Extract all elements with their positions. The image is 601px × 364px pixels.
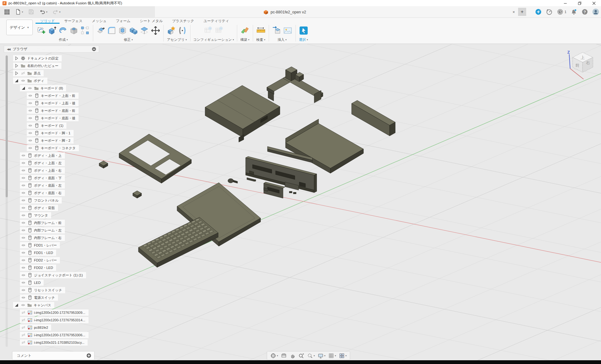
tree-item[interactable]: i-img1200x1200-172767953306... <box>4 331 99 339</box>
measure-icon[interactable] <box>256 26 266 36</box>
group-label-構築[interactable]: 構築▾ <box>240 37 249 42</box>
tree-item[interactable]: ボディ・底面・左 <box>4 182 99 189</box>
group-label-検査[interactable]: 検査▾ <box>256 37 265 42</box>
expand-arrow-icon[interactable] <box>14 71 19 76</box>
collapse-arrow-icon[interactable] <box>14 78 19 83</box>
tree-item[interactable]: 内部フレーム・右 <box>4 234 99 242</box>
ribbon-tab-ソリッド[interactable]: ソリッド <box>36 18 60 24</box>
ribbon-tab-シート メタル[interactable]: シート メタル <box>135 18 168 24</box>
tree-item[interactable]: キーボード・コネクタ <box>4 144 99 152</box>
orbit-icon[interactable]: ▾ <box>270 353 278 359</box>
collapse-arrow-icon[interactable] <box>14 303 19 308</box>
visibility-eye-icon[interactable] <box>21 175 26 180</box>
visibility-eye-icon[interactable] <box>21 190 26 195</box>
tree-item[interactable]: ジョイスティックポート (1) (1) <box>4 271 99 279</box>
redo-icon[interactable]: ▾ <box>52 9 60 15</box>
visibility-eye-icon[interactable] <box>21 220 26 225</box>
visibility-eye-icon[interactable] <box>21 160 26 165</box>
tree-item[interactable]: ボディ・上面・右 <box>4 167 99 174</box>
tree-item[interactable]: ボディ・上面・上 <box>4 152 99 159</box>
fillet-icon[interactable] <box>107 26 117 36</box>
minimize-panel-icon[interactable] <box>92 47 96 51</box>
visibility-eye-off-icon[interactable] <box>21 310 26 315</box>
tree-item[interactable]: ボディ・底面・右 <box>4 189 99 197</box>
tree-item[interactable]: pc881fe2 <box>4 324 99 331</box>
group-label-修正[interactable]: 修正▾ <box>124 37 133 42</box>
notifications-bell-icon[interactable] <box>570 8 577 15</box>
pan-icon[interactable] <box>290 353 296 359</box>
ribbon-tab-フォーム[interactable]: フォーム <box>111 18 135 24</box>
tree-item[interactable]: キーボード・上面・前 <box>4 92 99 99</box>
tree-item[interactable]: 内部フレーム・左 <box>4 227 99 234</box>
tree-item[interactable]: キーボード・上面・後 <box>4 99 99 107</box>
tree-item[interactable]: FDD1・レバー <box>4 242 99 249</box>
visibility-eye-icon[interactable] <box>21 213 26 218</box>
display-settings-icon[interactable]: ▾ <box>318 353 325 359</box>
visibility-eye-icon[interactable] <box>28 93 33 98</box>
presspull-icon[interactable] <box>96 26 106 36</box>
workspace-selector[interactable]: デザイン ▼ <box>6 20 33 35</box>
extrude-icon[interactable] <box>47 26 57 36</box>
account-avatar[interactable] <box>592 8 599 15</box>
tree-item[interactable]: FDD1・LED <box>4 249 99 256</box>
look-at-icon[interactable] <box>281 353 287 359</box>
part-rear-bracket[interactable] <box>267 67 323 103</box>
config-grid-icon[interactable] <box>214 26 224 36</box>
group-label-アセンブリ[interactable]: アセンブリ▾ <box>167 37 187 42</box>
collapse-arrow-icon[interactable] <box>21 86 26 91</box>
visibility-eye-off-icon[interactable] <box>21 333 26 338</box>
tree-item[interactable]: ボディ・背面 <box>4 204 99 212</box>
part-small-chip-1[interactable] <box>99 161 108 168</box>
visibility-eye-icon[interactable] <box>21 183 26 188</box>
minimize-button[interactable] <box>558 0 572 6</box>
visibility-eye-icon[interactable] <box>21 250 26 255</box>
ribbon-tab-メッシュ[interactable]: メッシュ <box>87 18 111 24</box>
visibility-eye-icon[interactable] <box>21 168 26 173</box>
visibility-eye-icon[interactable] <box>21 205 26 210</box>
visibility-eye-icon[interactable] <box>21 273 26 278</box>
visibility-eye-icon[interactable] <box>21 265 26 270</box>
joint-icon[interactable] <box>177 26 187 36</box>
config-table-icon[interactable] <box>203 26 213 36</box>
collapse-panel-icon[interactable]: ◀◀ <box>7 48 10 51</box>
visibility-eye-off-icon[interactable] <box>21 325 26 330</box>
newcomponent-icon[interactable] <box>166 26 176 36</box>
tree-item[interactable]: リセットスイッチ <box>4 286 99 294</box>
tree-item[interactable]: 内部フレーム・前 <box>4 219 99 227</box>
add-comment-icon[interactable] <box>87 353 91 358</box>
insert-arrow-icon[interactable] <box>272 26 282 36</box>
tree-item[interactable]: ボディ・底面・下 <box>4 174 99 182</box>
visibility-eye-icon[interactable] <box>21 228 26 233</box>
view-cube[interactable]: Z 上 前 右 <box>552 45 601 82</box>
extensions-icon[interactable] <box>535 8 542 15</box>
performance-gauge-icon[interactable] <box>546 8 553 15</box>
part-small-chip-2[interactable] <box>133 191 142 198</box>
tree-item[interactable]: キーボード (1) <box>4 122 99 129</box>
group-label-挿入[interactable]: 挿入▾ <box>278 37 287 42</box>
tree-item[interactable]: i-img1200x321-1703852103scy... <box>4 339 99 346</box>
tree-item[interactable]: LED <box>4 279 99 286</box>
pattern-icon[interactable] <box>80 26 90 36</box>
tree-item[interactable]: フロントパネル <box>4 197 99 204</box>
ribbon-tab-サーフェス[interactable]: サーフェス <box>60 18 87 24</box>
offset-icon[interactable] <box>140 26 150 36</box>
visibility-eye-icon[interactable] <box>27 86 32 91</box>
select-icon[interactable] <box>299 26 309 36</box>
browser-header[interactable]: ◀◀ ブラウザ <box>4 46 99 53</box>
tree-item[interactable]: ボディ <box>4 77 99 84</box>
combine-icon[interactable] <box>129 26 139 36</box>
expand-arrow-icon[interactable] <box>14 56 19 61</box>
visibility-eye-icon[interactable] <box>21 303 26 308</box>
viewports-icon[interactable]: ▾ <box>339 353 347 359</box>
ribbon-tab-プラスチック[interactable]: プラスチック <box>167 18 199 24</box>
move-icon[interactable] <box>151 26 161 36</box>
app-grid-icon[interactable] <box>4 9 10 15</box>
construct-plane-icon[interactable] <box>240 26 250 36</box>
part-front-bezel[interactable] <box>119 134 191 183</box>
tree-item[interactable]: i-img1200x1200-172767953314... <box>4 316 99 324</box>
visibility-eye-icon[interactable] <box>21 258 26 263</box>
visibility-eye-icon[interactable] <box>21 280 26 285</box>
tree-item[interactable]: 電源スイッチ <box>4 294 99 301</box>
comment-bar[interactable]: コメント <box>12 352 94 360</box>
tree-item[interactable]: キーボード・脚・2 <box>4 137 99 144</box>
